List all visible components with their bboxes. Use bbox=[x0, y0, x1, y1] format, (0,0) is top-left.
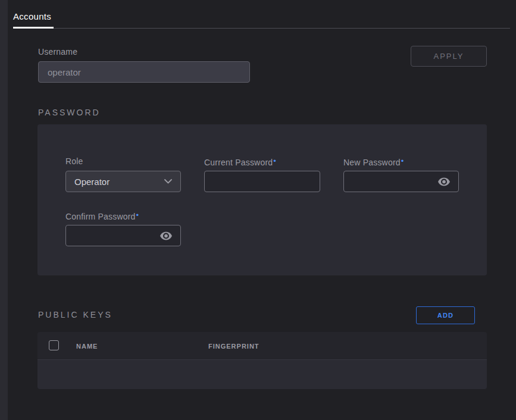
role-selected-value: Operator bbox=[74, 177, 110, 187]
confirm-password-label: Confirm Password• bbox=[65, 211, 139, 221]
new-password-visibility-toggle[interactable] bbox=[437, 177, 451, 186]
public-keys-table: NAME FINGERPRINT bbox=[37, 332, 487, 389]
column-header-fingerprint: FINGERPRINT bbox=[208, 343, 259, 350]
eye-icon bbox=[437, 179, 451, 188]
password-section-title: PASSWORD bbox=[38, 108, 101, 117]
required-marker: • bbox=[273, 156, 276, 165]
chevron-down-icon bbox=[164, 179, 172, 184]
public-keys-section-title: PUBLIC KEYS bbox=[38, 310, 112, 319]
role-label: Role bbox=[65, 156, 83, 166]
eye-icon bbox=[160, 233, 173, 242]
column-header-name: NAME bbox=[76, 343, 98, 350]
username-label: Username bbox=[38, 47, 77, 57]
confirm-password-visibility-toggle[interactable] bbox=[160, 231, 173, 240]
left-edge-panel bbox=[0, 0, 8, 420]
tab-accounts[interactable]: Accounts bbox=[13, 11, 51, 21]
tab-bar-divider bbox=[13, 28, 510, 29]
new-password-label: New Password• bbox=[343, 156, 404, 167]
add-public-key-button[interactable]: ADD bbox=[416, 306, 475, 324]
apply-button[interactable]: APPLY bbox=[411, 46, 487, 67]
role-select[interactable]: Operator bbox=[65, 171, 181, 192]
select-all-checkbox[interactable] bbox=[49, 340, 59, 350]
password-panel: Role Operator Current Password• New Pass… bbox=[37, 124, 487, 275]
current-password-input[interactable] bbox=[204, 171, 320, 192]
required-marker: • bbox=[136, 211, 139, 220]
public-keys-table-header: NAME FINGERPRINT bbox=[37, 332, 487, 360]
username-input[interactable] bbox=[38, 61, 250, 83]
public-keys-table-empty-row bbox=[37, 360, 487, 389]
tab-active-underline bbox=[13, 27, 54, 29]
required-marker: • bbox=[401, 156, 404, 165]
current-password-label: Current Password• bbox=[204, 156, 276, 167]
